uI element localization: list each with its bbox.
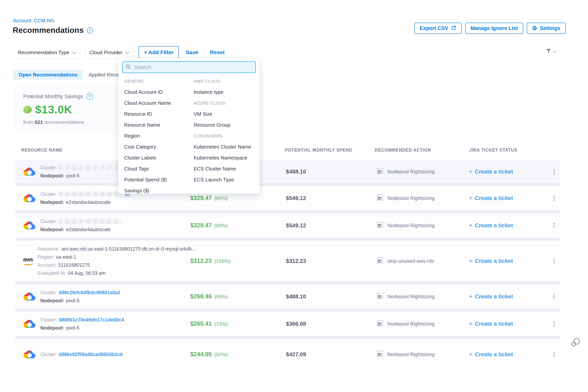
gcp-icon	[23, 319, 36, 329]
save-filter-button[interactable]: Save	[186, 50, 198, 56]
savings-percent: (72%)	[214, 321, 228, 327]
resource-line-value: e2standar4autoscale	[66, 200, 111, 205]
resource-line-label: Nodepool:	[40, 173, 64, 178]
create-ticket-button[interactable]: Create a ticket	[469, 351, 548, 358]
info-icon[interactable]	[87, 27, 93, 34]
resource-cell: Cluster:6888b1c70e49db17c1de60c4Nodepool…	[15, 317, 190, 331]
row-menu-button[interactable]	[548, 312, 560, 336]
filter-option[interactable]: Instance type	[194, 87, 251, 98]
savings-value: $312.23	[190, 258, 212, 264]
filter-option[interactable]: Cloud Tags	[124, 163, 171, 174]
filter-panel-toggle[interactable]	[545, 48, 556, 55]
savings-percent: (57%)	[214, 352, 228, 358]
row-menu-button[interactable]	[548, 240, 560, 282]
filter-option[interactable]: Cost Category	[124, 142, 171, 152]
filter-option[interactable]: Resource ID	[124, 108, 171, 120]
filter-option[interactable]: Savings ($)	[124, 185, 171, 196]
kebab-icon	[554, 259, 554, 260]
filter-option[interactable]: ECS Cluster Name	[194, 163, 251, 174]
filter-option[interactable]: Kubernetes Namespace	[194, 152, 251, 163]
table-row[interactable]: Cluster:Nodepool:e2standar4autoscale$329…	[15, 213, 560, 238]
create-ticket-button[interactable]: Create a ticket	[469, 222, 548, 229]
cloud-provider-label: Cloud Provider	[89, 50, 122, 56]
filter-option[interactable]: ECS Launch Type	[194, 174, 251, 185]
kebab-icon	[554, 322, 554, 322]
header-divider	[12, 43, 575, 43]
monthly-savings-cell: $268.46(55%)	[190, 293, 284, 300]
chevron-down-icon	[72, 50, 76, 54]
table-row[interactable]: Cluster:6886e92f59a48cad86b5b1c6$244.05(…	[15, 339, 560, 370]
recommendation-count: 621	[34, 119, 43, 125]
create-ticket-button[interactable]: Create a ticket	[469, 168, 548, 175]
divider	[204, 49, 204, 56]
redacted-value	[59, 165, 122, 170]
filter-group-label: CONTAINERS	[194, 130, 251, 142]
create-ticket-button[interactable]: Create a ticket	[469, 258, 548, 264]
cluster-link[interactable]: 6886e92f59a48cad86b5b1c6	[59, 352, 122, 357]
filter-option[interactable]: Potential Spend ($)	[124, 174, 171, 185]
row-menu-button[interactable]	[548, 284, 560, 309]
filter-option[interactable]: Resource Group	[194, 120, 251, 130]
resource-line-label: Nodepool:	[40, 227, 64, 232]
filter-option[interactable]: Cluster Labels	[124, 152, 171, 163]
cluster-link[interactable]: 6888b1c70e49db17c1de60c4	[59, 317, 124, 323]
row-menu-button[interactable]	[548, 339, 560, 370]
settings-label: Settings	[540, 25, 560, 31]
create-ticket-label: Create a ticket	[475, 222, 513, 229]
tab-open-recommendations[interactable]: Open Recommendations	[13, 70, 83, 79]
monthly-savings-cell: $329.47(60%)	[190, 195, 284, 202]
create-ticket-button[interactable]: Create a ticket	[469, 294, 548, 300]
table-row[interactable]: Cluster:Nodepool:pool-5$488.10Nodepool R…	[15, 160, 560, 183]
account-breadcrumb-link[interactable]: Account: CCM-NG	[13, 18, 54, 24]
resource-lines: Cluster:6888b1c70e49db17c1de60c4Nodepool…	[40, 317, 124, 331]
monthly-savings-cell: $244.05(57%)	[190, 351, 284, 358]
filter-option[interactable]: VM Size	[194, 108, 251, 120]
resource-line-value: us-east-1	[56, 254, 76, 260]
row-menu-button[interactable]	[548, 186, 560, 210]
settings-button[interactable]: ⚙ Settings	[527, 23, 566, 34]
gcp-icon	[23, 220, 36, 230]
row-menu-button[interactable]	[548, 160, 560, 183]
resource-line-label: Nodepool:	[40, 325, 64, 331]
create-ticket-label: Create a ticket	[475, 294, 513, 300]
support-icon[interactable]	[571, 338, 581, 348]
filter-option[interactable]: Cloud Account Name	[124, 98, 171, 108]
gcp-icon	[23, 292, 36, 302]
create-ticket-label: Create a ticket	[475, 351, 513, 358]
resource-line-value: pool-5	[66, 298, 80, 304]
recommendation-action-icon	[376, 256, 384, 266]
table-row[interactable]: Cluster:6888b1c70e49db17c1de60c4Nodepool…	[15, 312, 560, 336]
add-filter-button[interactable]: + Add Filter	[138, 46, 179, 59]
create-ticket-button[interactable]: Create a ticket	[469, 321, 548, 327]
table-row[interactable]: Cluster:688c2fefc84fbdc99801a0a2Nodepool…	[15, 284, 560, 309]
export-csv-label: Export CSV	[420, 25, 448, 31]
resource-lines: Cluster:Nodepool:e2standar4autoscale	[40, 219, 122, 232]
row-menu-button[interactable]	[548, 213, 560, 238]
export-csv-button[interactable]: Export CSV	[414, 23, 462, 34]
filter-option[interactable]: Cloud Account ID	[124, 87, 171, 98]
external-link-icon	[451, 25, 456, 32]
table-row[interactable]: Cluster:Nodepool:e2standar4autoscale$329…	[15, 186, 560, 210]
savings-value: $268.46	[190, 293, 212, 300]
manage-ignore-list-label: Manage Ignore List	[470, 25, 518, 31]
create-ticket-button[interactable]: Create a ticket	[469, 195, 548, 202]
filter-option[interactable]: Region	[124, 130, 171, 142]
recommendation-type-dropdown[interactable]: Recommendation Type	[13, 46, 80, 58]
manage-ignore-list-button[interactable]: Manage Ignore List	[465, 23, 523, 34]
gcp-icon	[23, 166, 36, 176]
resource-line: Cluster:6886e92f59a48cad86b5b1c6	[40, 352, 122, 357]
question-icon[interactable]	[86, 93, 93, 100]
filter-option[interactable]: Resource Name	[124, 120, 171, 130]
redacted-value	[59, 192, 122, 196]
search-input[interactable]	[134, 64, 252, 70]
resource-line: Nodepool:e2standar4autoscale	[40, 200, 130, 205]
recommended-action-label: Nodepool Rightsizing	[388, 321, 435, 327]
cluster-link[interactable]: 688c2fefc84fbdc99801a0a2	[59, 290, 120, 295]
chevron-down-icon	[553, 49, 556, 53]
recommended-action-label: Nodepool Rightsizing	[388, 169, 435, 175]
table-row[interactable]: awsResource:arn:aws:rds:us-east-1:511616…	[15, 240, 560, 282]
filter-option[interactable]: Kubernetes Cluster Name	[194, 142, 251, 152]
cloud-provider-dropdown[interactable]: Cloud Provider	[84, 46, 134, 58]
reset-filter-button[interactable]: Reset	[210, 50, 225, 56]
monthly-savings-cell: $265.41(72%)	[190, 320, 284, 327]
